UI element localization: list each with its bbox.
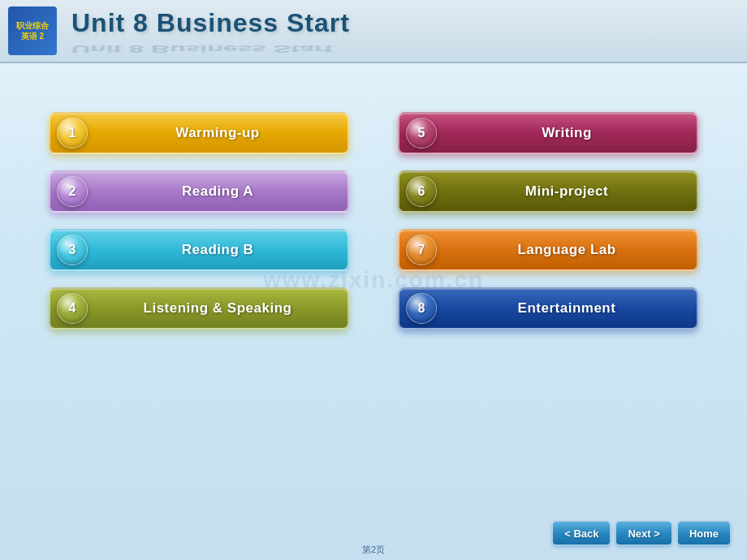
- logo-line1: 职业综合: [16, 20, 49, 31]
- btn-label-7: Language Lab: [437, 242, 697, 258]
- menu-btn-1[interactable]: 1 Warming-up: [49, 112, 349, 154]
- menu-grid: 1 Warming-up 5 Writing 2 Reading A 6 Min…: [0, 80, 747, 346]
- bottom-nav: < Back Next > Home: [552, 521, 731, 545]
- page-number: 第2页: [362, 544, 385, 556]
- btn-label-4: Listening & Speaking: [88, 300, 348, 317]
- back-button[interactable]: < Back: [552, 521, 611, 545]
- menu-btn-3[interactable]: 3 Reading B: [49, 229, 349, 271]
- btn-label-1: Warming-up: [88, 125, 348, 141]
- btn-number-8: 8: [406, 293, 437, 324]
- menu-btn-4[interactable]: 4 Listening & Speaking: [49, 287, 349, 330]
- title-area: Unit 8 Business Start Unit 8 Business St…: [71, 8, 350, 54]
- home-button[interactable]: Home: [677, 521, 731, 545]
- menu-btn-5[interactable]: 5 Writing: [398, 112, 698, 154]
- header: 职业综合 英语 2 Unit 8 Business Start Unit 8 B…: [0, 0, 747, 63]
- title-reflection: Unit 8 Business Start: [71, 45, 350, 52]
- page-title: Unit 8 Business Start: [71, 8, 350, 37]
- next-button[interactable]: Next >: [615, 521, 671, 545]
- btn-label-8: Entertainment: [437, 300, 697, 317]
- menu-btn-2[interactable]: 2 Reading A: [49, 170, 349, 213]
- btn-number-3: 3: [57, 235, 88, 265]
- btn-number-5: 5: [406, 118, 437, 149]
- menu-btn-8[interactable]: 8 Entertainment: [398, 287, 698, 330]
- btn-number-2: 2: [57, 176, 88, 207]
- btn-number-7: 7: [406, 235, 437, 265]
- btn-number-1: 1: [57, 118, 88, 149]
- btn-label-5: Writing: [437, 125, 697, 141]
- menu-btn-7[interactable]: 7 Language Lab: [398, 229, 698, 271]
- menu-btn-6[interactable]: 6 Mini-project: [398, 170, 698, 213]
- btn-number-6: 6: [406, 176, 437, 207]
- logo-line2: 英语 2: [21, 31, 44, 41]
- btn-label-2: Reading A: [88, 183, 348, 200]
- btn-label-6: Mini-project: [437, 183, 697, 200]
- btn-label-3: Reading B: [88, 242, 348, 258]
- logo: 职业综合 英语 2: [8, 6, 57, 55]
- btn-number-4: 4: [57, 293, 88, 324]
